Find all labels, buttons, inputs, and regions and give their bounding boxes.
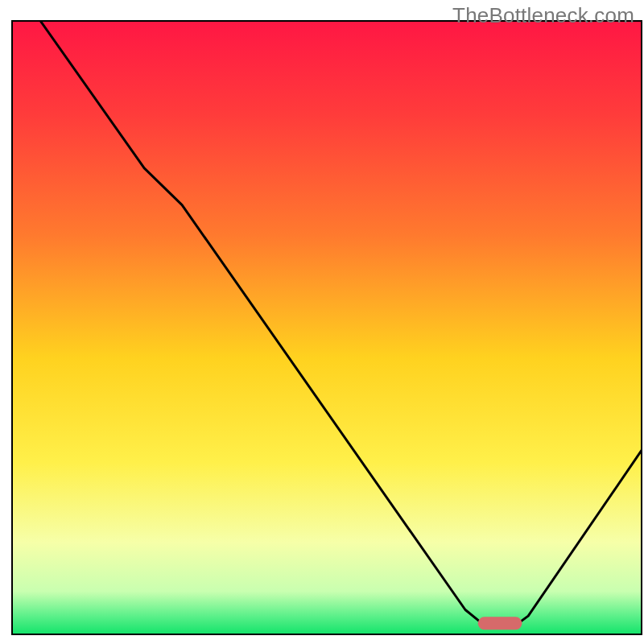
watermark-text: TheBottleneck.com: [452, 3, 634, 28]
optimal-marker: [478, 617, 522, 630]
bottleneck-chart: [0, 0, 644, 644]
chart-container: TheBottleneck.com: [0, 0, 644, 644]
